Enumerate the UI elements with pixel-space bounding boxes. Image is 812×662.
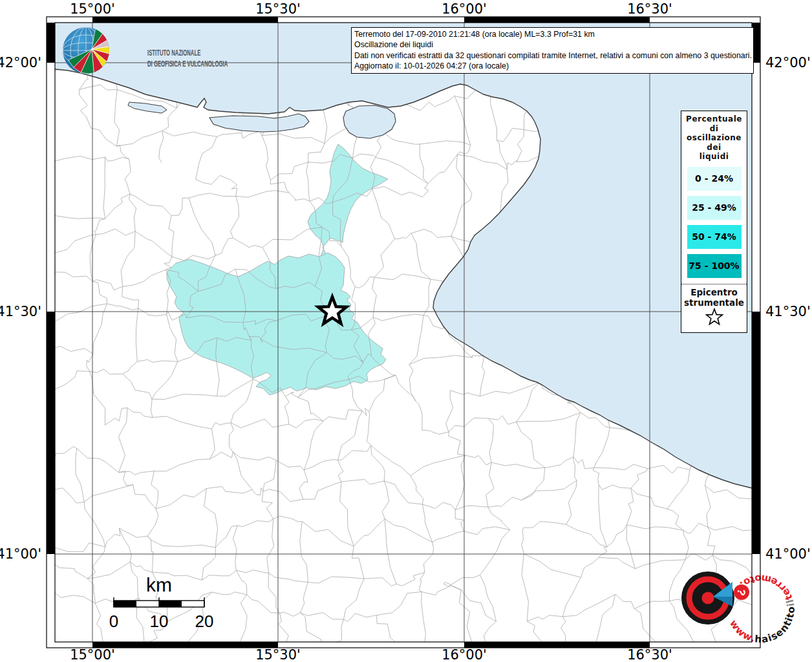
- legend-class-3-swatch: 75 - 100%: [687, 254, 742, 278]
- axis-bottom-3: 16°30': [627, 647, 672, 662]
- legend-box: Percentuale di oscillazione dei liquidi …: [681, 111, 747, 333]
- axis-bottom-2: 16°00': [442, 647, 487, 662]
- legend-class-1-label: 25 - 49%: [692, 202, 736, 213]
- legend-class-3-label: 75 - 100%: [689, 261, 739, 271]
- legend-class-1-swatch: 25 - 49%: [687, 196, 742, 220]
- legend-title-line: oscillazione: [681, 133, 747, 143]
- scale-bar-unit: km: [146, 574, 172, 595]
- axis-right-2: 41°00': [765, 546, 811, 562]
- legend-title-line: Percentuale: [681, 114, 747, 124]
- scale-tick-10: 10: [150, 612, 169, 631]
- hsit-target-center: [702, 592, 714, 604]
- scale-tick-20: 20: [195, 612, 214, 631]
- info-line-event: Terremoto del 17-09-2010 21:21:48 (ora l…: [354, 29, 751, 39]
- legend-title-line: di: [681, 124, 747, 134]
- axis-top-0: 15°00': [70, 1, 115, 17]
- legend-class-0-label: 0 - 24%: [695, 173, 733, 184]
- earthquake-info-box: Terremoto del 17-09-2010 21:21:48 (ora l…: [351, 27, 754, 74]
- hsit-text-haisentito: haisentito: [754, 606, 797, 645]
- legend-title: Percentuale di oscillazione dei liquidi: [681, 114, 747, 162]
- axis-left-1: 41°30': [0, 304, 41, 319]
- axis-top-3: 16°30': [627, 1, 672, 17]
- legend-title-line: dei: [681, 143, 747, 153]
- legend-star-icon: [705, 308, 724, 326]
- axis-top-1: 15°30': [255, 1, 301, 17]
- info-line-effect: Oscillazione dei liquidi: [354, 39, 751, 50]
- legend-class-0-swatch: 0 - 24%: [687, 167, 742, 191]
- axis-bottom-0: 15°00': [70, 647, 115, 662]
- ingv-name-line2: DI GEOFISICA E VULCANOLOGIA: [147, 59, 228, 68]
- axis-left-0: 42°00': [0, 55, 41, 70]
- axis-right-1: 41°30': [765, 304, 811, 319]
- ingv-name-line1: ISTITUTO NAZIONALE: [147, 48, 200, 57]
- legend-title-line: liquidi: [681, 152, 747, 162]
- legend-separator: [681, 284, 747, 284]
- axis-top-2: 16°00': [442, 1, 487, 17]
- info-line-updated: Aggiornato il: 10-01-2026 04:27 (ora loc…: [354, 61, 751, 71]
- legend-epicenter-line2: strumentale: [681, 297, 747, 308]
- macroseismic-map-page: ISTITUTO NAZIONALE DI GEOFISICA E VULCAN…: [0, 0, 812, 662]
- axis-bottom-1: 15°30': [255, 647, 301, 662]
- axis-left-2: 41°00': [0, 546, 41, 562]
- scale-tick-0: 0: [109, 612, 118, 631]
- legend-epicenter-label: Epicentro strumentale: [681, 287, 747, 308]
- info-line-disclaimer: Dati non verificati estratti da 32 quest…: [354, 50, 751, 61]
- legend-class-2-swatch: 50 - 74%: [687, 225, 742, 249]
- axis-right-0: 42°00': [765, 55, 811, 70]
- legend-class-2-label: 50 - 74%: [692, 231, 736, 242]
- legend-epicenter-line1: Epicentro: [681, 287, 747, 297]
